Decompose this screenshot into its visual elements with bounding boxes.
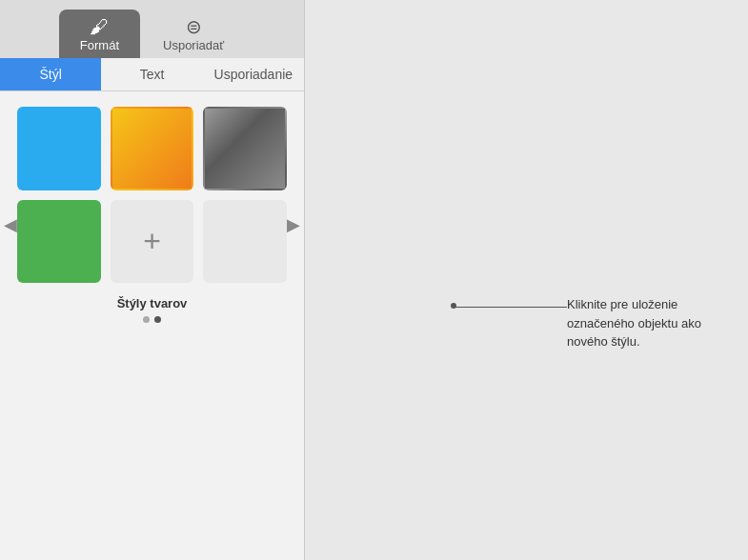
annotation-line <box>453 307 567 308</box>
prev-arrow[interactable]: ◀ <box>0 207 21 243</box>
arrange-button[interactable]: ⊜ Usporiadať <box>142 10 245 58</box>
style-item-gray[interactable] <box>203 107 287 190</box>
toolbar: 🖌 Formát ⊜ Usporiadať <box>0 0 304 58</box>
tab-arrangement[interactable]: Usporiadanie <box>203 58 304 90</box>
bottom-section: Štýly tvarov <box>117 292 188 323</box>
dot-1[interactable] <box>143 316 150 323</box>
annotation: Kliknite pre uloženie označeného objektu… <box>567 295 719 351</box>
arrange-icon: ⊜ <box>186 17 202 36</box>
section-label: Štýly tvarov <box>117 296 188 310</box>
style-item-green[interactable] <box>17 200 101 284</box>
tabs-row: Štýl Text Usporiadanie <box>0 58 304 91</box>
style-item-yellow[interactable] <box>111 107 194 190</box>
styles-grid: + <box>8 107 296 283</box>
page-dots <box>143 316 161 323</box>
format-icon: 🖌 <box>90 17 109 36</box>
add-style-button[interactable]: + <box>111 200 194 284</box>
tab-style[interactable]: Štýl <box>0 58 101 90</box>
content-area: ◀ + ▶ Štýly tvarov <box>0 91 304 560</box>
format-button[interactable]: 🖌 Formát <box>59 10 140 58</box>
dot-2[interactable] <box>154 316 161 323</box>
annotation-text: Kliknite pre uloženie označeného objektu… <box>567 297 701 349</box>
format-label: Formát <box>80 38 119 52</box>
tab-text[interactable]: Text <box>101 58 202 90</box>
annotation-dot <box>451 303 456 309</box>
style-item-blue[interactable] <box>17 107 101 190</box>
arrange-label: Usporiadať <box>163 38 224 52</box>
next-arrow[interactable]: ▶ <box>283 207 304 243</box>
style-item-empty <box>203 200 287 284</box>
panel-container: 🖌 Formát ⊜ Usporiadať Štýl Text Usporiad… <box>0 0 305 560</box>
